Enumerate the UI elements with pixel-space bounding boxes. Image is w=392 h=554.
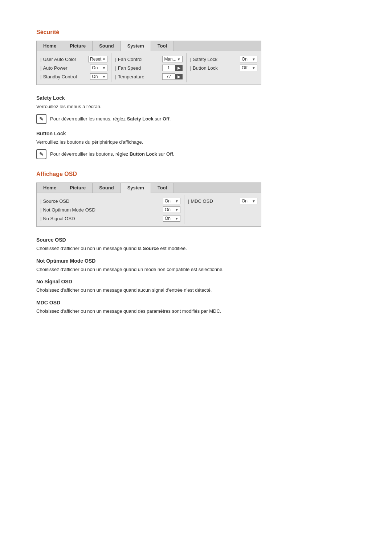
source-osd-description: Choisissez d'afficher ou non un message …	[36, 245, 356, 252]
securite-select-auto-power[interactable]: On ▼	[90, 65, 107, 71]
affichage-select-mdc-osd[interactable]: On ▼	[240, 198, 257, 204]
affichage-tab-tool[interactable]: Tool	[151, 183, 174, 193]
affichage-label-mdc-osd: MDC OSD	[188, 198, 240, 204]
affichage-tab-home[interactable]: Home	[37, 183, 63, 193]
affichage-tab-sound[interactable]: Sound	[93, 183, 121, 193]
affichage-row-no-signal: No Signal OSD On ▼	[40, 214, 181, 223]
securite-menu-body: User Auto Color Reset ▼ Auto Power On ▼ …	[37, 51, 261, 85]
securite-tab-sound[interactable]: Sound	[93, 41, 121, 51]
securite-value-auto-power: On	[92, 65, 101, 70]
button-lock-note-box: ✎ Pour déverrouiller les boutons, réglez…	[36, 149, 356, 159]
securite-value-safety-lock: On	[242, 57, 251, 62]
affichage-osd-menu-body: Source OSD On ▼ Not Optimum Mode OSD On …	[37, 193, 261, 226]
securite-label-temperature: Temperature	[115, 74, 162, 79]
securite-arrow-safety-lock: ▼	[252, 57, 256, 61]
securite-col-2: Fan Control Man... ▼ Fan Speed 1 ▶ Tempe…	[111, 53, 186, 82]
securite-label-user-auto-color: User Auto Color	[40, 57, 88, 62]
securite-value-user-auto-color: Reset	[90, 57, 101, 62]
securite-row-auto-power: Auto Power On ▼	[40, 63, 108, 72]
securite-label-standby-control: Standby Control	[40, 74, 90, 79]
affichage-arrow-not-optimum: ▼	[175, 208, 179, 212]
securite-value-standby-control: On	[92, 74, 101, 79]
securite-row-standby-control: Standby Control On ▼	[40, 72, 108, 81]
securite-label-safety-lock: Safety Lock	[190, 57, 240, 62]
mdc-osd-section: MDC OSD Choisissez d'afficher ou non un …	[36, 300, 356, 315]
affichage-value-mdc-osd: On	[242, 198, 251, 204]
safety-lock-note-box: ✎ Pour déverrouiller les menus, réglez S…	[36, 114, 356, 124]
securite-col-1: User Auto Color Reset ▼ Auto Power On ▼ …	[37, 53, 111, 82]
affichage-tab-picture[interactable]: Picture	[63, 183, 93, 193]
securite-row-button-lock: Button Lock Off ▼	[189, 63, 258, 72]
affichage-value-no-signal: On	[165, 216, 174, 221]
securite-select-standby-control[interactable]: On ▼	[90, 73, 107, 80]
safety-lock-title: Safety Lock	[36, 95, 356, 101]
securite-col-3: Safety Lock On ▼ Button Lock Off ▼	[187, 53, 261, 82]
not-optimum-section: Not Optimum Mode OSD Choisissez d'affich…	[36, 258, 356, 273]
securite-row-fan-speed: Fan Speed 1 ▶	[114, 63, 183, 72]
button-lock-section: Button Lock Verrouillez les boutons du p…	[36, 131, 356, 160]
securite-label-button-lock: Button Lock	[190, 65, 240, 71]
securite-tab-home[interactable]: Home	[37, 41, 63, 51]
securite-arrow-user-auto-color: ▼	[102, 57, 106, 61]
affichage-select-no-signal[interactable]: On ▼	[163, 215, 180, 222]
affichage-osd-section: Affichage OSD Home Picture Sound System …	[36, 171, 356, 315]
securite-value-fan-control: Man...	[164, 57, 176, 62]
securite-label-auto-power: Auto Power	[40, 65, 90, 71]
securite-tab-picture[interactable]: Picture	[63, 41, 93, 51]
securite-select-safety-lock[interactable]: On ▼	[240, 56, 257, 62]
securite-menu-tabs: Home Picture Sound System Tool	[37, 41, 261, 51]
affichage-osd-menu-tabs: Home Picture Sound System Tool	[37, 183, 261, 193]
safety-lock-section: Safety Lock Verrouillez les menus à l'éc…	[36, 95, 356, 124]
securite-tab-tool[interactable]: Tool	[151, 41, 174, 51]
button-lock-note-text: Pour déverrouiller les boutons, réglez B…	[50, 149, 174, 158]
no-signal-title: No Signal OSD	[36, 279, 356, 284]
securite-nav-fan-speed[interactable]: ▶	[175, 65, 183, 71]
securite-row-user-auto-color: User Auto Color Reset ▼	[40, 55, 108, 63]
securite-label-fan-speed: Fan Speed	[115, 65, 162, 71]
securite-nav-temperature[interactable]: ▶	[175, 74, 183, 79]
no-signal-description: Choisissez d'afficher ou non un message …	[36, 287, 356, 294]
affichage-row-source-osd: Source OSD On ▼	[40, 197, 181, 205]
securite-row-temperature: Temperature 77 ▶	[114, 72, 183, 81]
affichage-arrow-source-osd: ▼	[175, 199, 179, 203]
not-optimum-title: Not Optimum Mode OSD	[36, 258, 356, 264]
securite-tab-system[interactable]: System	[121, 41, 151, 51]
affichage-osd-menu-panel: Home Picture Sound System Tool Source OS…	[36, 182, 261, 227]
safety-lock-description: Verrouillez les menus à l'écran.	[36, 103, 356, 110]
button-lock-description: Verrouillez les boutons du périphérique …	[36, 139, 356, 146]
affichage-select-source-osd[interactable]: On ▼	[163, 198, 180, 204]
affichage-label-source-osd: Source OSD	[40, 198, 163, 204]
securite-menu-panel: Home Picture Sound System Tool User Auto…	[36, 41, 261, 85]
button-lock-note-icon: ✎	[36, 149, 46, 159]
securite-value-button-lock: Off	[242, 65, 251, 70]
button-lock-title: Button Lock	[36, 131, 356, 136]
securite-arrow-button-lock: ▼	[252, 66, 256, 70]
mdc-osd-title: MDC OSD	[36, 300, 356, 305]
affichage-col-1: Source OSD On ▼ Not Optimum Mode OSD On …	[37, 195, 184, 224]
securite-arrow-auto-power: ▼	[102, 66, 106, 70]
not-optimum-description: Choisissez d'afficher ou non un message …	[36, 266, 356, 273]
securite-label-fan-control: Fan Control	[115, 57, 162, 62]
securite-select-fan-control[interactable]: Man... ▼	[162, 56, 182, 62]
mdc-osd-description: Choisissez d'afficher ou non un message …	[36, 308, 356, 315]
affichage-row-not-optimum: Not Optimum Mode OSD On ▼	[40, 205, 181, 214]
affichage-arrow-mdc-osd: ▼	[252, 199, 256, 203]
affichage-col-2: MDC OSD On ▼	[184, 195, 261, 224]
affichage-row-mdc-osd: MDC OSD On ▼	[187, 197, 258, 205]
securite-row-fan-control: Fan Control Man... ▼	[114, 55, 183, 63]
source-osd-section: Source OSD Choisissez d'afficher ou non …	[36, 237, 356, 252]
securite-arrow-standby-control: ▼	[102, 75, 106, 79]
affichage-label-not-optimum: Not Optimum Mode OSD	[40, 207, 163, 213]
affichage-select-not-optimum[interactable]: On ▼	[163, 206, 180, 213]
securite-value-fan-speed: 1	[162, 65, 175, 71]
securite-value-temperature: 77	[162, 73, 175, 80]
affichage-tab-system[interactable]: System	[121, 183, 151, 193]
securite-select-user-auto-color[interactable]: Reset ▼	[88, 56, 107, 62]
source-osd-title: Source OSD	[36, 237, 356, 243]
securite-title: Sécurité	[36, 29, 356, 36]
no-signal-section: No Signal OSD Choisissez d'afficher ou n…	[36, 279, 356, 294]
securite-select-button-lock[interactable]: Off ▼	[240, 65, 257, 71]
safety-lock-note-icon: ✎	[36, 114, 46, 124]
safety-lock-note-text: Pour déverrouiller les menus, réglez Saf…	[50, 114, 171, 123]
affichage-value-source-osd: On	[165, 198, 174, 204]
